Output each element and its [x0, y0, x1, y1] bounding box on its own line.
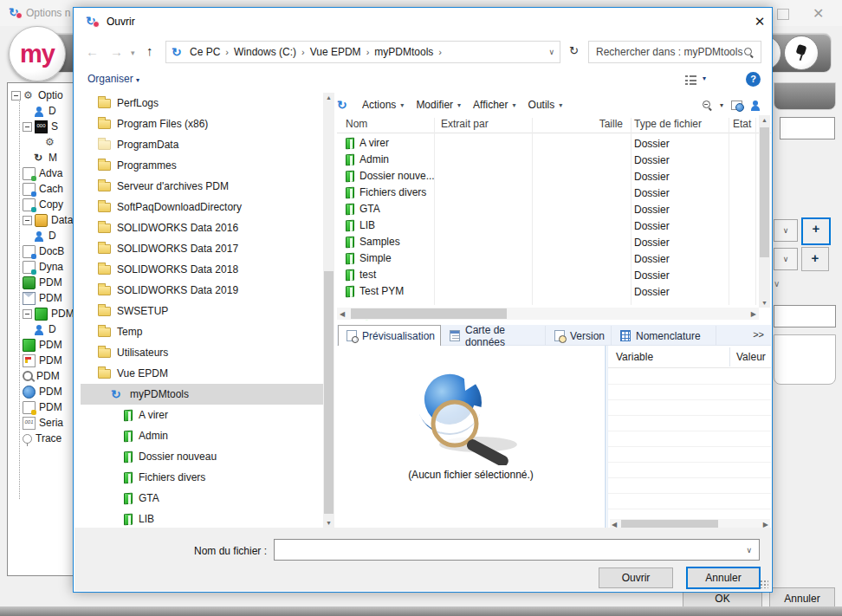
folder-tree-item[interactable]: Serveur d'archives PDM: [81, 176, 323, 197]
resize-grip[interactable]: [760, 580, 768, 588]
file-row[interactable]: GTADossier: [337, 201, 771, 217]
background-tree-item[interactable]: D: [8, 228, 74, 243]
tree-scrollbar[interactable]: ▲ ▼: [323, 93, 334, 528]
file-row[interactable]: A virerDossier: [337, 135, 771, 152]
background-tree-item[interactable]: Copy: [8, 197, 74, 212]
background-tree-item[interactable]: PDM: [8, 353, 74, 368]
file-row[interactable]: SamplesDossier: [337, 234, 771, 250]
scrollbar-thumb[interactable]: [324, 271, 334, 514]
breadcrumb[interactable]: ↻ Ce PC›Windows (C:)›Vue EPDM›myPDMtools…: [165, 41, 560, 63]
background-input[interactable]: [774, 305, 836, 327]
tabs-overflow-button[interactable]: >>: [753, 329, 764, 340]
scrollbar-thumb[interactable]: [760, 127, 769, 257]
refresh-icon[interactable]: ↻: [569, 44, 579, 57]
background-tree-item[interactable]: PDM: [8, 337, 74, 353]
organiser-menu[interactable]: Organiser ▾: [87, 73, 139, 85]
combo-chevron[interactable]: ∨: [774, 248, 798, 270]
background-tree-item[interactable]: PDM: [8, 306, 74, 321]
tab-version[interactable]: Version: [547, 326, 612, 346]
folder-tree-item[interactable]: ↻myPDMtools: [81, 384, 323, 405]
combo-chevron[interactable]: ∨: [774, 219, 798, 242]
folder-tree-item[interactable]: SOLIDWORKS Data 2019: [81, 280, 323, 301]
background-tree-item[interactable]: Cach: [8, 181, 74, 197]
file-row[interactable]: LIBDossier: [337, 217, 771, 234]
menu-modifier[interactable]: Modifier▾: [416, 99, 461, 111]
breadcrumb-segment[interactable]: Vue EPDM›: [310, 46, 370, 58]
background-tree-item[interactable]: PDM: [8, 368, 74, 384]
column-extrait-par[interactable]: Extrait par: [441, 118, 489, 130]
background-input[interactable]: [780, 117, 835, 139]
background-tree-item[interactable]: PDM: [8, 275, 74, 290]
folder-tree-item[interactable]: Programmes: [81, 155, 323, 176]
folder-tree-item[interactable]: A virer: [81, 405, 323, 425]
background-settings-tree[interactable]: ⚙OptioD000S⚙↻MAdvaCachCopyDatabDDocBDyna…: [7, 82, 74, 576]
folder-tree-item[interactable]: SOLIDWORKS Data 2017: [81, 238, 323, 259]
folder-tree-item[interactable]: Utilisateurs: [81, 342, 323, 363]
background-close-icon[interactable]: ✕: [813, 5, 824, 22]
zoom-out-icon[interactable]: [703, 101, 712, 110]
file-list-hscrollbar[interactable]: ◀ ▶: [337, 308, 759, 320]
column-valeur[interactable]: Valeur: [736, 351, 766, 363]
tree-expander-icon[interactable]: [23, 216, 32, 225]
filename-input[interactable]: ∨: [274, 539, 760, 561]
pin-button[interactable]: [784, 36, 819, 70]
view-dropdown-icon[interactable]: ▾: [703, 75, 706, 82]
forward-icon[interactable]: →: [110, 44, 123, 59]
menu-outils[interactable]: Outils▾: [528, 99, 563, 111]
column-variable[interactable]: Variable: [616, 351, 653, 363]
background-tree-item[interactable]: Dyna: [8, 259, 74, 275]
dialog-close-icon[interactable]: ✕: [749, 11, 770, 32]
tab-bom[interactable]: Nomenclature: [612, 326, 716, 346]
background-tree-item[interactable]: PDM: [8, 290, 74, 306]
column-taille[interactable]: Taille: [539, 118, 623, 130]
view-mode-icon[interactable]: [685, 75, 696, 85]
breadcrumb-segment[interactable]: Windows (C:)›: [234, 46, 305, 58]
help-icon[interactable]: ?: [746, 72, 761, 87]
file-list-header[interactable]: Nom Extrait par Taille Type de fichier E…: [337, 115, 771, 133]
breadcrumb-segment[interactable]: Ce PC›: [190, 46, 229, 58]
tree-expander-icon[interactable]: [23, 122, 32, 132]
zoom-dropdown-icon[interactable]: ▾: [720, 101, 723, 109]
folder-tree-item[interactable]: SWSETUP: [81, 301, 323, 321]
chevron-down-icon[interactable]: ∨: [774, 279, 780, 289]
folder-tree-item[interactable]: SOLIDWORKS Data 2016: [81, 217, 323, 238]
breadcrumb-segment[interactable]: myPDMtools›: [374, 46, 442, 58]
scroll-up-icon[interactable]: ▲: [759, 117, 770, 123]
folder-tree-item[interactable]: SOLIDWORKS Data 2018: [81, 259, 323, 280]
history-dropdown-icon[interactable]: ▾: [131, 49, 135, 57]
background-tree-item[interactable]: ⚙Optio: [8, 88, 74, 103]
folder-tree-item[interactable]: Vue EPDM: [81, 363, 323, 384]
web-card-icon[interactable]: [731, 101, 742, 110]
cancel-button[interactable]: Annuler: [686, 567, 761, 589]
background-tree-item[interactable]: 001Seria: [8, 415, 74, 431]
file-row[interactable]: Dossier nouve...Dossier: [337, 168, 771, 185]
back-icon[interactable]: ←: [86, 44, 99, 59]
scroll-left-icon[interactable]: ◀: [340, 308, 345, 320]
add-button[interactable]: +: [801, 247, 829, 271]
breadcrumb-dropdown-icon[interactable]: ∨: [548, 48, 554, 56]
scroll-right-icon[interactable]: ▶: [751, 308, 756, 320]
tab-card[interactable]: Carte de données: [442, 326, 546, 346]
folder-tree-item[interactable]: Temp: [81, 321, 323, 342]
folder-tree-item[interactable]: LIB: [81, 509, 323, 528]
background-tree-item[interactable]: ⚙: [8, 134, 74, 150]
up-icon[interactable]: ↑: [146, 43, 153, 58]
background-tree-item[interactable]: DocB: [8, 243, 74, 259]
folder-tree[interactable]: PerfLogsProgram Files (x86)ProgramDataPr…: [81, 93, 323, 528]
tree-expander-icon[interactable]: [11, 91, 21, 101]
column-type[interactable]: Type de fichier: [634, 118, 702, 130]
scroll-down-icon[interactable]: ▼: [759, 300, 770, 306]
scroll-down-icon[interactable]: ▼: [323, 520, 334, 526]
folder-tree-item[interactable]: Program Files (x86): [81, 113, 323, 134]
column-nom[interactable]: Nom: [346, 118, 367, 130]
background-tree-item[interactable]: Trace: [8, 431, 74, 446]
background-tree-item[interactable]: Adva: [8, 165, 74, 181]
scrollbar-thumb[interactable]: [351, 308, 507, 319]
folder-tree-item[interactable]: ProgramData: [81, 134, 323, 155]
background-tree-item[interactable]: ↻M: [8, 150, 74, 165]
tab-preview[interactable]: Prévisualisation: [338, 325, 441, 346]
folder-tree-item[interactable]: SoftPaqDownloadDirectory: [81, 197, 323, 217]
background-tree-item[interactable]: PDM: [8, 399, 74, 415]
folder-tree-item[interactable]: Dossier nouveau: [81, 446, 323, 467]
menu-afficher[interactable]: Afficher▾: [473, 99, 515, 111]
